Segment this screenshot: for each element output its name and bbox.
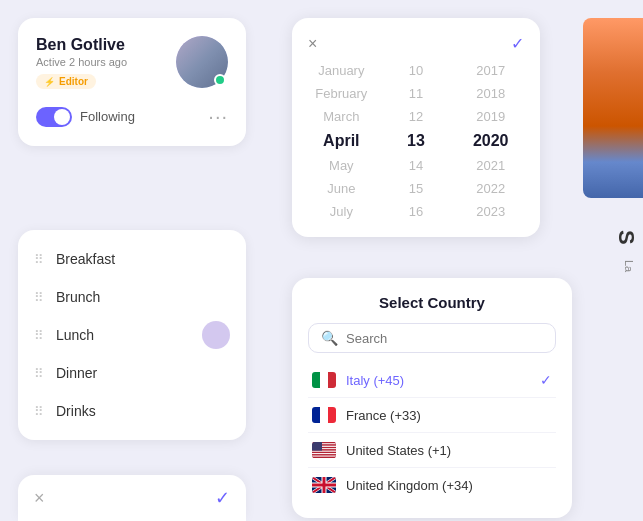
right-sublabel: La: [623, 260, 635, 272]
selected-check-icon: ✓: [540, 372, 552, 388]
svg-rect-9: [312, 452, 336, 453]
day-item[interactable]: 15: [379, 179, 454, 198]
avatar: [176, 36, 228, 88]
follow-toggle-wrap[interactable]: Following: [36, 107, 135, 127]
list-item[interactable]: ⠿ Lunch: [18, 316, 246, 354]
month-column: January February March April May June Ju…: [304, 61, 379, 221]
country-item-uk[interactable]: United Kingdom (+34): [308, 468, 556, 502]
avatar-online-dot: [214, 74, 226, 86]
day-item[interactable]: 14: [379, 156, 454, 175]
list-item-label: Brunch: [56, 289, 100, 305]
year-item[interactable]: 2022: [453, 179, 528, 198]
bottom-close-button[interactable]: ×: [34, 488, 45, 509]
follow-toggle[interactable]: [36, 107, 72, 127]
datepicker-header: × ✓: [304, 34, 528, 53]
month-item[interactable]: March: [304, 107, 379, 126]
year-item[interactable]: 2017: [453, 61, 528, 80]
list-item-label: Breakfast: [56, 251, 115, 267]
list-item[interactable]: ⠿ Drinks: [18, 392, 246, 430]
country-list: Italy (+45) ✓ France (+33) United States…: [308, 363, 556, 502]
profile-badge: Editor: [36, 74, 96, 89]
year-item[interactable]: 2019: [453, 107, 528, 126]
country-search-wrap: 🔍: [308, 323, 556, 353]
country-name: Italy (+45): [346, 373, 540, 388]
bottom-card: × ✓: [18, 475, 246, 521]
profile-info: Ben Gotlive Active 2 hours ago Editor: [36, 36, 176, 89]
month-item[interactable]: January: [304, 61, 379, 80]
profile-name: Ben Gotlive: [36, 36, 176, 54]
svg-rect-8: [312, 451, 336, 452]
country-item-france[interactable]: France (+33): [308, 398, 556, 433]
svg-rect-11: [312, 454, 336, 455]
datepicker-confirm-button[interactable]: ✓: [511, 34, 524, 53]
country-item-italy[interactable]: Italy (+45) ✓: [308, 363, 556, 398]
more-options-button[interactable]: ···: [208, 105, 228, 128]
drag-handle-icon[interactable]: ⠿: [34, 290, 44, 305]
month-item[interactable]: May: [304, 156, 379, 175]
year-item-selected[interactable]: 2020: [453, 130, 528, 152]
profile-card: Ben Gotlive Active 2 hours ago Editor Fo…: [18, 18, 246, 146]
drag-list-card: ⠿ Breakfast ⠿ Brunch ⠿ Lunch ⠿ Dinner ⠿ …: [18, 230, 246, 440]
profile-top: Ben Gotlive Active 2 hours ago Editor: [36, 36, 228, 89]
country-search-input[interactable]: [346, 331, 543, 346]
day-item[interactable]: 12: [379, 107, 454, 126]
drag-handle-icon[interactable]: ⠿: [34, 252, 44, 267]
year-item[interactable]: 2021: [453, 156, 528, 175]
list-item[interactable]: ⠿ Brunch: [18, 278, 246, 316]
country-item-usa[interactable]: United States (+1): [308, 433, 556, 468]
day-column: 10 11 12 13 14 15 16: [379, 61, 454, 221]
country-selector-card: Select Country 🔍 Italy (+45) ✓ France (+…: [292, 278, 572, 518]
month-item[interactable]: February: [304, 84, 379, 103]
list-item-label: Drinks: [56, 403, 96, 419]
year-item[interactable]: 2023: [453, 202, 528, 221]
day-item[interactable]: 10: [379, 61, 454, 80]
flag-uk-icon: [312, 477, 336, 493]
drag-handle-icon[interactable]: ⠿: [34, 328, 44, 343]
bottom-confirm-button[interactable]: ✓: [215, 487, 230, 509]
year-column: 2017 2018 2019 2020 2021 2022 2023: [453, 61, 528, 221]
list-item-label: Dinner: [56, 365, 97, 381]
year-item[interactable]: 2018: [453, 84, 528, 103]
list-item[interactable]: ⠿ Breakfast: [18, 240, 246, 278]
datepicker-card: × ✓ January February March April May Jun…: [292, 18, 540, 237]
drag-handle-icon[interactable]: ⠿: [34, 404, 44, 419]
right-image: [583, 18, 643, 198]
day-item-selected[interactable]: 13: [379, 130, 454, 152]
svg-rect-13: [312, 457, 336, 458]
svg-rect-14: [312, 442, 322, 451]
country-name: France (+33): [346, 408, 552, 423]
month-item[interactable]: June: [304, 179, 379, 198]
follow-label: Following: [80, 109, 135, 124]
flag-usa-icon: [312, 442, 336, 458]
country-selector-title: Select Country: [308, 294, 556, 311]
day-item[interactable]: 11: [379, 84, 454, 103]
right-label: S: [613, 230, 639, 245]
list-item[interactable]: ⠿ Dinner: [18, 354, 246, 392]
search-icon: 🔍: [321, 330, 338, 346]
drag-indicator: [202, 321, 230, 349]
datepicker-columns: January February March April May June Ju…: [304, 61, 528, 221]
month-item-selected[interactable]: April: [304, 130, 379, 152]
country-name: United States (+1): [346, 443, 552, 458]
svg-rect-10: [312, 453, 336, 454]
day-item[interactable]: 16: [379, 202, 454, 221]
profile-actions: Following ···: [36, 105, 228, 128]
profile-status: Active 2 hours ago: [36, 56, 176, 68]
month-item[interactable]: July: [304, 202, 379, 221]
flag-france-icon: [312, 407, 336, 423]
country-name: United Kingdom (+34): [346, 478, 552, 493]
flag-italy-icon: [312, 372, 336, 388]
drag-handle-icon[interactable]: ⠿: [34, 366, 44, 381]
svg-rect-12: [312, 456, 336, 457]
datepicker-close-button[interactable]: ×: [308, 35, 317, 53]
list-item-label: Lunch: [56, 327, 94, 343]
